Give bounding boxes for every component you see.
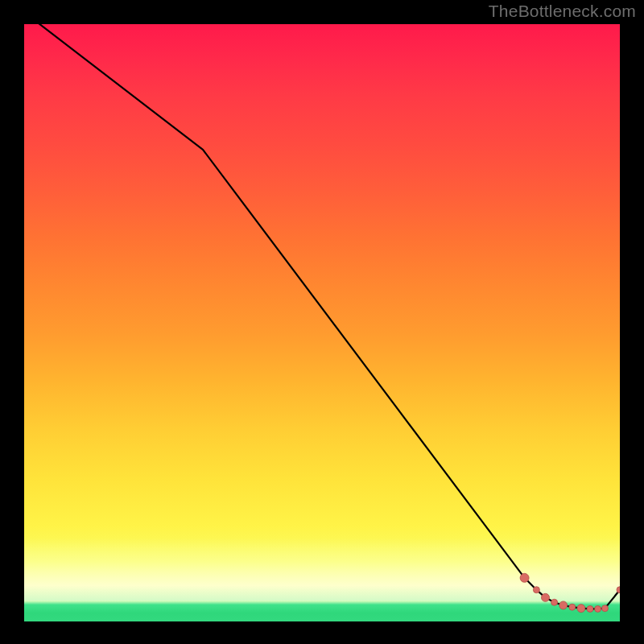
data-point [520,573,529,582]
data-point [595,605,601,612]
data-point [587,605,593,612]
plot-area [24,24,620,621]
chart-overlay [24,24,620,621]
data-point [577,605,585,613]
chart-stage: TheBottleneck.com [0,0,644,644]
marker-layer [520,573,620,612]
curve-layer [24,24,620,609]
watermark-label: TheBottleneck.com [489,2,636,21]
data-point [542,593,550,601]
data-point [533,587,539,593]
bottleneck-curve [24,24,620,609]
data-point [559,601,568,609]
data-point [602,605,609,612]
data-point [569,604,576,610]
data-point [551,599,558,605]
